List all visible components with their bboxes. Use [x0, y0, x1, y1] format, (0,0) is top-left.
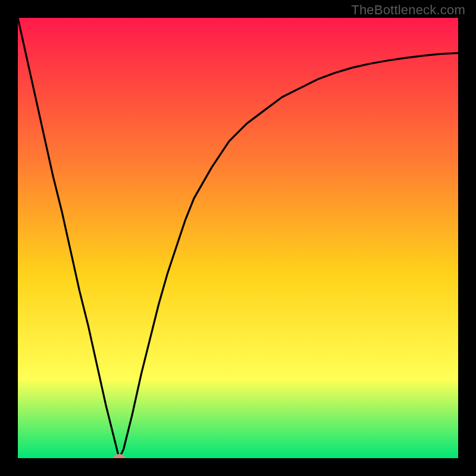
plot-area [18, 18, 458, 458]
chart-container: { "watermark": "TheBottleneck.com", "cha… [0, 0, 476, 476]
chart-svg [18, 18, 458, 458]
watermark-text: TheBottleneck.com [351, 2, 465, 18]
gradient-background [18, 18, 458, 458]
